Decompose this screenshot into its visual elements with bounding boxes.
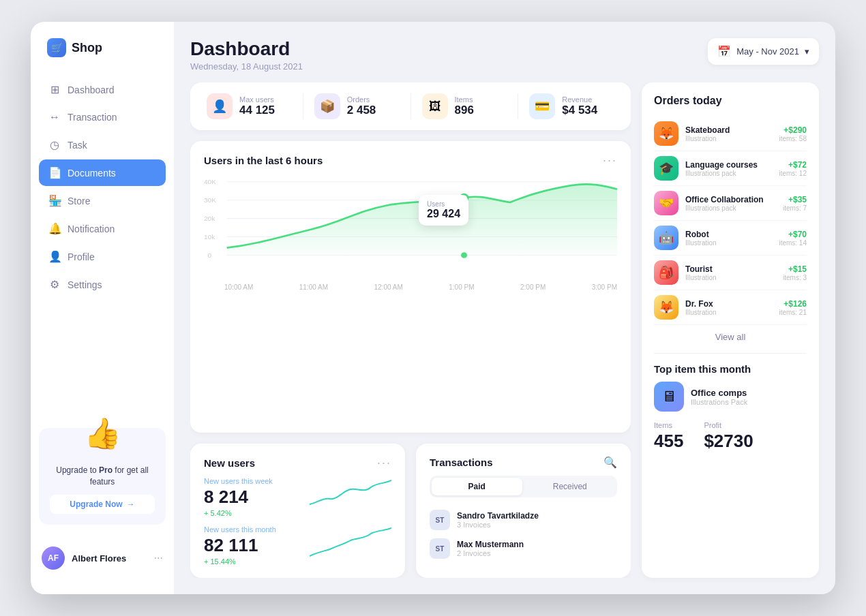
page-header: Dashboard Wednesday, 18 August 2021 📅 Ma… (174, 22, 835, 82)
revenue-icon-box: 💳 (529, 93, 555, 119)
top-item-profit-stat: Profit $2730 (704, 421, 753, 452)
tx-info: Sandro Tavartkiladze 3 Invoices (457, 511, 539, 529)
transactions-card: Transactions 🔍 Paid Received ST Sandro T… (416, 444, 631, 578)
calendar-icon: 📅 (717, 45, 731, 58)
tab-received[interactable]: Received (525, 478, 616, 495)
order-amount-section: +$15 items: 3 (783, 264, 807, 281)
order-info: Tourist Illustration (685, 264, 776, 281)
x-label: 2:00 PM (520, 283, 546, 291)
chart-title: Users in the last 6 hours (204, 155, 323, 166)
order-amount: +$290 (779, 125, 807, 135)
x-label: 3:00 PM (592, 283, 617, 291)
chart-svg: 40K 30K 20k 10k 0 (204, 174, 617, 270)
order-amount: +$35 (783, 195, 807, 204)
chart-menu-button[interactable]: ··· (603, 153, 617, 168)
top-item-items-stat: Items 455 (654, 421, 683, 452)
revenue-label: Revenue (562, 95, 597, 104)
sidebar-item-label: Transaction (68, 112, 117, 123)
logo: 🛒 Shop (31, 38, 174, 76)
items-info: Items 896 (455, 95, 474, 117)
header-subtitle: Wednesday, 18 August 2021 (190, 61, 303, 72)
sidebar-item-settings[interactable]: ⚙ Settings (39, 271, 166, 298)
max-users-info: Max users 44 125 (239, 95, 275, 117)
sidebar-item-notification[interactable]: 🔔 Notification (39, 215, 166, 242)
tx-avatar: ST (430, 510, 450, 530)
revenue-value: $4 534 (562, 104, 597, 117)
sidebar-item-label: Settings (68, 279, 102, 290)
transactions-tabs: Paid Received (430, 476, 617, 497)
transactions-header: Transactions 🔍 (430, 456, 617, 469)
chevron-down-icon: ▾ (805, 46, 809, 57)
sidebar: 🛒 Shop ⊞ Dashboard ↔ Transaction ◷ Task … (31, 22, 174, 594)
user-more-button[interactable]: ··· (154, 552, 163, 564)
order-avatar: 🤝 (654, 191, 678, 215)
sidebar-item-label: Task (68, 140, 87, 151)
order-info: Skateboard Illustration (685, 125, 772, 142)
sidebar-item-dashboard[interactable]: ⊞ Dashboard (39, 76, 166, 103)
items-value: 896 (455, 104, 474, 117)
x-label: 11:00 AM (299, 283, 328, 291)
sidebar-item-documents[interactable]: 📄 Documents (39, 159, 166, 186)
tx-name: Max Mustermann (457, 540, 524, 549)
top-item-type: Illustrations Pack (691, 398, 747, 406)
profit-stat-value: $2730 (704, 431, 753, 452)
nav-list: ⊞ Dashboard ↔ Transaction ◷ Task 📄 Docum… (31, 76, 174, 417)
tx-sub: 3 Invoices (457, 521, 539, 529)
user-profile-section: AF Albert Flores ··· (31, 538, 174, 578)
task-icon: ◷ (48, 138, 61, 151)
order-item: 🤝 Office Collaboration Illustrations pac… (654, 186, 807, 221)
transaction-row: ST Sandro Tavartkiladze 3 Invoices (430, 506, 617, 534)
sidebar-item-transaction[interactable]: ↔ Transaction (39, 104, 166, 130)
top-item-section: Top item this month 🖥 Office comps Illus… (654, 363, 807, 452)
order-type: Illustrations pack (685, 170, 772, 177)
dashboard-icon: ⊞ (48, 83, 61, 96)
tab-paid[interactable]: Paid (432, 478, 522, 495)
svg-text:0: 0 (208, 251, 212, 259)
tx-sub: 2 Invoices (457, 549, 524, 557)
top-item-avatar: 🖥 (654, 382, 684, 412)
order-amount-section: +$290 items: 58 (779, 125, 807, 142)
order-type: Illustration (685, 274, 776, 281)
date-range-picker[interactable]: 📅 May - Nov 2021 ▾ (708, 38, 819, 65)
upgrade-now-button[interactable]: Upgrade Now → (50, 495, 155, 514)
transactions-search-button[interactable]: 🔍 (603, 456, 617, 469)
orders-today-title: Orders today (654, 95, 807, 107)
orders-info: Orders 2 458 (347, 95, 376, 117)
new-users-title: New users (204, 457, 255, 469)
logo-icon: 🛒 (47, 38, 66, 57)
svg-text:30K: 30K (204, 196, 216, 204)
order-amount: +$126 (779, 299, 807, 309)
header-title-section: Dashboard Wednesday, 18 August 2021 (190, 38, 303, 72)
stat-max-users: 👤 Max users 44 125 (196, 93, 303, 119)
sidebar-item-store[interactable]: 🏪 Store (39, 187, 166, 214)
main-content: Dashboard Wednesday, 18 August 2021 📅 Ma… (174, 22, 835, 594)
items-stat-label: Items (654, 421, 683, 429)
max-users-value: 44 125 (239, 104, 275, 117)
view-all-button[interactable]: View all (654, 325, 807, 349)
new-users-month-change: + 15.44% (204, 557, 276, 566)
top-item-stats: Items 455 Profit $2730 (654, 421, 807, 452)
new-users-week-change: + 5.42% (204, 509, 273, 517)
order-items-count: items: 3 (783, 274, 807, 281)
x-label: 12:00 AM (374, 283, 403, 291)
sidebar-item-label: Documents (68, 168, 116, 179)
upgrade-description: Upgrade to Pro for get all featurs (50, 465, 155, 488)
sidebar-item-label: Store (68, 196, 90, 206)
order-info: Language courses Illustrations pack (685, 160, 772, 177)
left-column: 👤 Max users 44 125 📦 Orders 2 458 (190, 82, 631, 578)
new-users-menu-button[interactable]: ··· (377, 456, 391, 470)
sidebar-item-label: Dashboard (68, 84, 115, 95)
order-avatar: 🎓 (654, 156, 678, 181)
sidebar-item-profile[interactable]: 👤 Profile (39, 243, 166, 270)
tx-name: Sandro Tavartkiladze (457, 511, 539, 521)
order-avatar: 🦊 (654, 295, 678, 320)
sidebar-item-task[interactable]: ◷ Task (39, 132, 166, 158)
new-users-week-value: 8 214 (204, 487, 273, 508)
order-amount-section: +$72 items: 12 (779, 160, 807, 177)
top-item-title: Top item this month (654, 363, 807, 375)
items-label: Items (455, 95, 474, 104)
profile-icon: 👤 (48, 250, 61, 263)
stat-revenue: 💳 Revenue $4 534 (518, 93, 625, 119)
top-item-name: Office comps (691, 388, 747, 398)
order-avatar: 🎒 (654, 260, 678, 285)
